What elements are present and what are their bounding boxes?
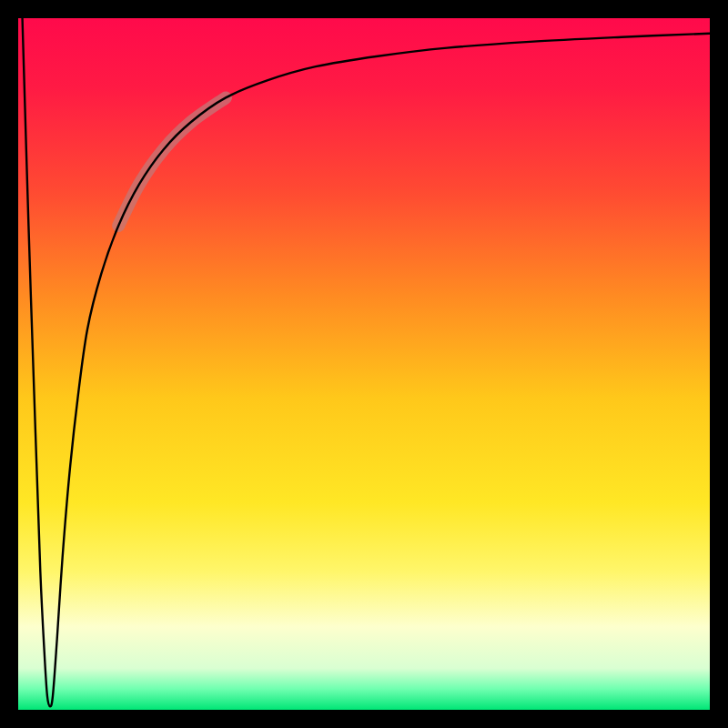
- chart-stage: TheBottleneck.com: [0, 0, 728, 728]
- bottleneck-curve: [23, 18, 710, 706]
- curve-highlight-segment: [118, 97, 226, 226]
- curve-layer: [18, 18, 710, 710]
- plot-area: [18, 18, 710, 710]
- frame-left: [0, 0, 18, 728]
- frame-bottom: [0, 710, 728, 728]
- frame-right: [710, 0, 728, 728]
